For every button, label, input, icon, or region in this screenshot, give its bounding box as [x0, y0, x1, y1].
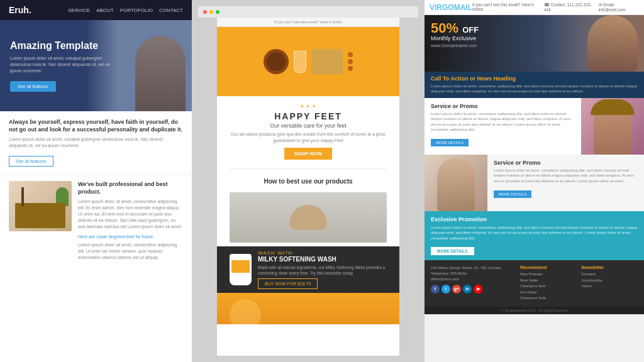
brand-title: HAPPY FEET — [230, 111, 387, 121]
bottle-image — [230, 254, 252, 285]
website-nav-links: SERVICE ABOUT PORTOFOLIO CONTACT — [68, 8, 183, 13]
product-text: Wash with MILKY SOFTENING WASH Made with… — [258, 250, 387, 289]
promo-more-button[interactable]: MORE DETAILS — [431, 247, 474, 255]
how-title: How to best use our products — [230, 178, 387, 185]
youtube-icon[interactable]: ▶ — [474, 285, 482, 293]
email-panel: If you can't see this email? View it onl… — [192, 0, 425, 362]
virgomail-panel: VIRGOMAIL If you can't see this email? V… — [425, 0, 644, 362]
bottle-label — [231, 260, 250, 273]
section2-link[interactable]: Here are Laser targeted best for future — [78, 234, 183, 239]
website-nav: Eruh. SERVICE ABOUT PORTOFOLIO CONTACT — [0, 0, 192, 20]
service1-content: Service or Promo Lorem ipsum dolor sit a… — [425, 98, 581, 155]
section1-title: Always be yourself, express yourself, ha… — [9, 119, 183, 133]
domain-text: www.Domainname.com — [431, 43, 479, 48]
recommend-item4: Pre Order — [520, 290, 576, 296]
scatter-dot3 — [348, 66, 353, 71]
email-address: Email: info@mist.com — [599, 3, 626, 12]
footer-left: 123 Metro Design Street, GL, NO, Europa … — [431, 265, 515, 302]
virgo-service2: Service or Promo Lorem ipsum dolor sit a… — [425, 155, 644, 211]
recommend-item5: Clearance Sale — [520, 295, 576, 302]
section2-content: We've built professional and best produc… — [78, 181, 183, 261]
virgo-header-links: If you can't see this email? View it onl… — [472, 3, 639, 12]
social-icons: f t g+ in ▶ — [431, 285, 515, 293]
hero-bg: 50% OFF Monthly Exclusive www.Domainname… — [425, 15, 644, 72]
product-name: MILKY SOFTENING WASH — [258, 256, 387, 263]
brand-text: Our all-nature products give spa-like re… — [230, 131, 387, 144]
hero-items — [264, 49, 353, 74]
virgo-service1: Service or Promo Lorem ipsum dolor sit a… — [425, 98, 644, 155]
logo-suffix: MAIL — [454, 3, 472, 12]
browser-dot-red[interactable] — [203, 10, 207, 14]
hero-person — [543, 15, 644, 72]
woman3-shape — [437, 158, 475, 211]
contact-number: Contact: 111-222-333-444 — [544, 3, 592, 12]
recommend-title: Recommend — [520, 265, 576, 270]
off-text: OFF — [462, 25, 479, 35]
brand-subtitle: Our versatile care for your feet — [230, 123, 387, 129]
newsletter-item1: Forward — [582, 272, 638, 278]
virgo-footer: 123 Metro Design Street, GL, NO, Europa … — [425, 260, 644, 307]
virgo-header: VIRGOMAIL If you can't see this email? V… — [425, 0, 644, 15]
nav-about[interactable]: ABOUT — [96, 8, 114, 13]
email-brand-section: ✦ ✦ ✦ HAPPY FEET Our versatile care for … — [217, 96, 399, 163]
woman-silhouette — [587, 15, 638, 72]
website-section2: We've built professional and best produc… — [0, 175, 192, 267]
service2-more-button[interactable]: MORE DETAILS — [494, 190, 531, 198]
hero-title: Amazing Template — [10, 40, 117, 52]
nav-service[interactable]: SERVICE — [68, 8, 90, 13]
glass-item — [294, 51, 306, 73]
buy-now-button[interactable]: BUY NOW FOR $19.75 — [258, 278, 318, 289]
virgo-cta-section: Call To Action or News Heading Lorem ips… — [425, 72, 644, 98]
address-line2: Telephone: 555-Binks — [431, 271, 515, 277]
email-hero-image — [217, 27, 399, 96]
board-item — [311, 49, 343, 74]
recommend-item1: New Release — [520, 272, 576, 278]
email-container: If you can't see this email? View it onl… — [217, 18, 399, 356]
linkedin-icon[interactable]: in — [463, 285, 472, 293]
website-logo: Eruh. — [9, 5, 31, 15]
discount-number: 50% — [431, 20, 458, 36]
shop-now-button[interactable]: SHOP NOW — [284, 148, 332, 160]
section1-btn[interactable]: See all features — [9, 156, 53, 167]
address-line3: office@intro.com — [431, 277, 515, 282]
nav-contact[interactable]: CONTACT — [159, 8, 183, 13]
service2-content: Service or Promo Lorem ipsum dolor sit a… — [487, 155, 644, 211]
virgo-copyright: © Templatename 2013 - All Right Reserved — [425, 307, 644, 314]
virgo-promo-section: Exclusive Promotion Lorem ipsum dolor si… — [425, 211, 644, 260]
section2-text: Lorem ipsum dolor sit amet, consectetur … — [78, 199, 183, 229]
website-panel: Eruh. SERVICE ABOUT PORTOFOLIO CONTACT A… — [0, 0, 192, 362]
hat-shape — [591, 99, 635, 115]
cta-title: Call To Action or News Heading — [431, 75, 638, 82]
logo-prefix: VIRGO — [430, 3, 454, 12]
browser-dot-yellow[interactable] — [209, 10, 213, 14]
scatter-dot1 — [348, 52, 353, 57]
twitter-icon[interactable]: t — [441, 285, 450, 293]
section2-image — [9, 181, 72, 231]
service1-more-button[interactable]: MORE DETAILS — [431, 139, 469, 146]
browser-dot-green[interactable] — [216, 10, 219, 14]
recommend-item3: Clearance Item — [520, 283, 576, 290]
newsletter-item3: Home — [582, 283, 638, 290]
website-section1: Always be yourself, express yourself, ha… — [0, 111, 192, 175]
recommend-item2: Best Seller — [520, 278, 576, 284]
email-icon: ✉ — [599, 3, 602, 7]
desk-decoration — [15, 203, 65, 228]
how-to-section: How to best use our products — [217, 174, 399, 192]
feet-shape — [289, 205, 327, 230]
nav-portfolio[interactable]: PORTOFOLIO — [120, 8, 153, 13]
googleplus-icon[interactable]: g+ — [452, 285, 461, 293]
email-product-section: Wash with MILKY SOFTENING WASH Made with… — [217, 246, 399, 293]
facebook-icon[interactable]: f — [431, 285, 440, 293]
orange-circle-decoration — [230, 299, 261, 324]
email-top-bar: If you can't see this email? View it onl… — [217, 18, 399, 27]
footer-recommend: Recommend New Release Best Seller Cleara… — [520, 265, 576, 302]
divider1 — [230, 168, 387, 169]
cta-text: Lorem ipsum dolor sit amet, consetetur s… — [431, 84, 638, 94]
hero-cta-button[interactable]: See all features — [10, 81, 56, 92]
hero-content: 50% OFF Monthly Exclusive www.Domainname… — [431, 21, 479, 48]
feet-bg — [230, 192, 387, 243]
address-line1: 123 Metro Design Street, GL, NO, Europa — [431, 265, 515, 271]
footer-newsletter: Newsletter Forward Unsubscribe Home — [582, 265, 638, 302]
service2-text: Lorem ipsum dolor sit amet, consetetur s… — [494, 168, 638, 184]
discount-text: 50% OFF — [431, 21, 479, 35]
